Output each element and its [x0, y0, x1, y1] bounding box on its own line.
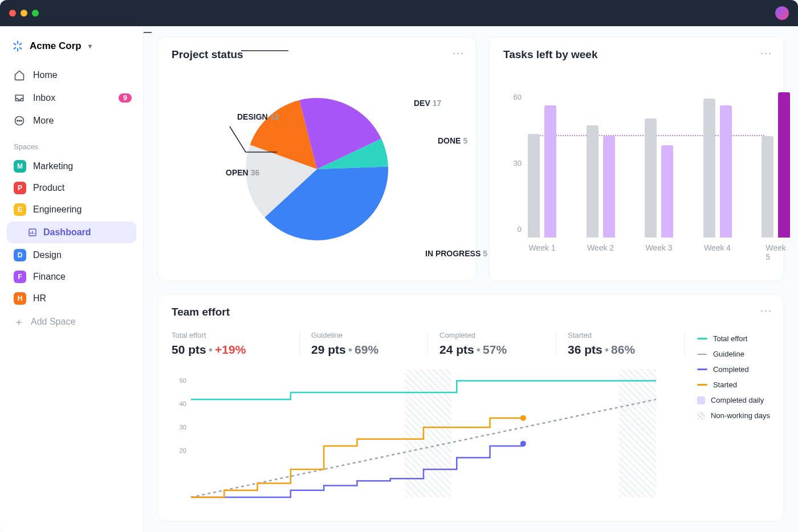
y-tick: 50	[180, 377, 186, 384]
space-name: Engineering	[33, 204, 82, 215]
workspace-logo-icon	[11, 40, 24, 52]
svg-point-3	[21, 120, 22, 121]
bar	[528, 134, 540, 238]
y-tick: 30	[180, 424, 186, 431]
x-label: Week 2	[587, 243, 614, 252]
x-label: Week 3	[645, 243, 672, 252]
space-item-design[interactable]: DDesign	[7, 244, 136, 266]
svg-point-5	[520, 441, 526, 447]
home-icon	[14, 69, 25, 81]
pie-label-open: OPEN36	[226, 168, 259, 177]
space-item-engineering[interactable]: EEngineering	[7, 199, 136, 220]
tasks-left-title: Tasks left by week	[503, 48, 770, 61]
stat-label: Guideline	[311, 331, 416, 339]
workspace-name: Acme Corp	[30, 40, 82, 52]
pie-label-dev: DEV17	[414, 99, 441, 108]
bar	[720, 105, 732, 238]
team-effort-title: Team effort	[172, 306, 770, 318]
legend-guideline: Guideline	[713, 350, 744, 358]
pie-label-design: DESIGN12	[237, 112, 279, 121]
stat-guideline: Guideline 29 pts•69%	[300, 331, 428, 357]
svg-point-6	[520, 415, 526, 421]
space-avatar-icon: P	[14, 182, 26, 194]
project-status-title: Project status	[172, 48, 462, 61]
space-item-product[interactable]: PProduct	[7, 177, 136, 199]
nav-more-label: More	[33, 116, 54, 126]
stat-value: 50 pts•+19%	[172, 343, 288, 357]
x-label: Week 5	[766, 243, 786, 261]
space-name: Finance	[33, 272, 66, 282]
plus-icon: ＋	[14, 315, 24, 329]
space-avatar-icon: H	[14, 292, 26, 305]
inbox-icon	[14, 92, 25, 104]
workspace-switcher[interactable]: Acme Corp ▾	[7, 35, 136, 57]
nav-more[interactable]: More	[7, 109, 136, 132]
window-titlebar	[0, 0, 798, 26]
bar	[587, 125, 598, 238]
space-subitem-dashboard[interactable]: Dashboard	[7, 222, 136, 243]
stat-completed: Completed 24 pts•57%	[428, 331, 556, 357]
tasks-left-menu[interactable]: ···	[760, 47, 772, 59]
window-close-button[interactable]	[9, 10, 16, 17]
tasks-left-card: Tasks left by week ··· 03060 Week 1Week …	[489, 36, 784, 281]
space-item-hr[interactable]: HHR	[7, 288, 136, 309]
bar	[661, 145, 673, 238]
project-status-menu[interactable]: ···	[453, 47, 465, 59]
space-name: Marketing	[33, 161, 73, 171]
space-item-marketing[interactable]: MMarketing	[7, 155, 136, 177]
space-name: Product	[33, 183, 64, 193]
sidebar: Acme Corp ▾ Home Inbox 9 More Spaces MMa…	[0, 26, 144, 532]
add-space-label: Add Space	[31, 317, 75, 327]
team-effort-menu[interactable]: ···	[760, 305, 772, 317]
stat-total-effort: Total effort 50 pts•+19%	[172, 331, 300, 357]
team-effort-card: Team effort ··· Total effort 50 pts•+19%…	[157, 294, 784, 522]
line-total-effort	[191, 380, 656, 399]
window-maximize-button[interactable]	[32, 10, 39, 17]
bar	[778, 92, 790, 238]
y-tick: 60	[514, 93, 522, 101]
svg-point-1	[17, 120, 18, 121]
svg-point-2	[19, 120, 20, 121]
bar	[544, 105, 556, 238]
nav-home[interactable]: Home	[7, 64, 136, 87]
bar	[603, 136, 615, 238]
pie-label-done: DONE5	[438, 136, 467, 145]
inbox-badge: 9	[119, 93, 132, 103]
more-icon	[14, 115, 25, 126]
y-tick: 0	[518, 225, 522, 234]
stat-value: 24 pts•57%	[439, 343, 544, 357]
space-avatar-icon: F	[14, 271, 26, 283]
nav-inbox-label: Inbox	[33, 93, 55, 103]
x-label: Week 1	[528, 243, 555, 252]
space-subitem-label: Dashboard	[43, 227, 91, 238]
y-tick: 40	[180, 400, 186, 407]
stat-label: Started	[568, 331, 673, 339]
space-name: Design	[33, 250, 62, 260]
y-tick: 30	[514, 159, 522, 167]
space-item-finance[interactable]: FFinance	[7, 266, 136, 288]
stat-started: Started 36 pts•86%	[556, 331, 685, 357]
line-completed	[191, 444, 523, 497]
space-avatar-icon: M	[14, 160, 26, 173]
project-status-card: Project status ··· DESIGN12DEV17DONE5IN …	[157, 36, 477, 281]
nav-inbox[interactable]: Inbox 9	[7, 87, 136, 109]
stat-value: 36 pts•86%	[568, 343, 673, 357]
dashboard-icon	[27, 227, 38, 238]
user-avatar[interactable]	[775, 6, 789, 20]
stat-value: 29 pts•69%	[311, 343, 416, 357]
add-space-button[interactable]: ＋ Add Space	[7, 309, 136, 334]
y-tick: 20	[180, 447, 186, 454]
space-avatar-icon: D	[14, 249, 26, 261]
pie-label-in-progress: IN PROGRESS5	[425, 249, 487, 258]
spaces-section-label: Spaces	[7, 132, 136, 155]
space-avatar-icon: E	[14, 203, 26, 216]
bar	[762, 136, 773, 238]
bar	[645, 118, 657, 238]
stat-label: Completed	[439, 331, 544, 339]
stat-label: Total effort	[172, 331, 288, 339]
bar	[703, 99, 715, 238]
legend-total: Total effort	[713, 334, 747, 343]
x-label: Week 4	[704, 243, 731, 252]
nav-home-label: Home	[33, 70, 58, 80]
window-minimize-button[interactable]	[21, 10, 27, 17]
